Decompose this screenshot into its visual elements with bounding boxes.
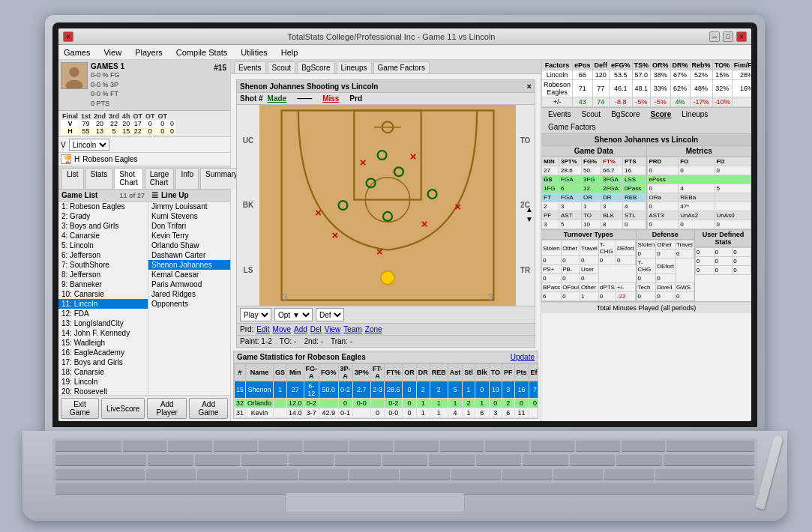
list-item[interactable]: 9: Banneker	[58, 279, 148, 289]
tab-game-factors-right[interactable]: Game Factors	[544, 122, 599, 132]
update-button[interactable]: Update	[511, 353, 535, 361]
svg-text:×: ×	[376, 246, 383, 258]
tab-game-factors[interactable]: Game Factors	[373, 61, 430, 73]
list-item[interactable]: 8: Jefferson	[58, 270, 148, 279]
table-row[interactable]: 15 Shenon 1 27 6-12 50.0 0-2 2.7	[235, 381, 538, 399]
col-pts: Pts	[514, 364, 529, 381]
h-team-name: Robeson Eagles	[82, 155, 137, 163]
col-eff: Eff	[529, 364, 538, 381]
menu-compile-stats[interactable]: Compile Stats	[174, 47, 229, 58]
menu-help[interactable]: Help	[279, 47, 301, 58]
scroll-up-icon[interactable]: ▲	[526, 205, 533, 214]
lineup-item[interactable]: Don Trifari	[148, 221, 230, 231]
stats-content: Game Data MIN 3PT% FG% FT% PTS	[541, 146, 751, 421]
add-button[interactable]: Add	[294, 325, 307, 333]
view-button[interactable]: View	[325, 325, 341, 333]
lineup-item-selected[interactable]: Shenon Johannes	[148, 260, 230, 270]
col-fga: FG-A	[304, 364, 319, 381]
close-button[interactable]: ×	[63, 31, 73, 42]
list-item[interactable]: 12: FDA	[58, 309, 148, 318]
close-button-right[interactable]: ×	[736, 31, 747, 42]
close-chart-icon[interactable]: ×	[527, 82, 532, 91]
tab-shot-chart[interactable]: Shot Chart	[114, 168, 142, 189]
add-player-button[interactable]: Add Player	[147, 398, 187, 419]
list-item[interactable]: 19: Lincoln	[58, 377, 148, 387]
edit-button[interactable]: Edit	[256, 325, 269, 333]
defense-col: Defense Stolen Other Travel 0	[637, 230, 695, 301]
list-item[interactable]: 20: Roosevelt	[58, 387, 148, 395]
tab-scout-right[interactable]: Scout	[578, 109, 605, 119]
table-row[interactable]: 32 Orlando 12.0 0-2 0 0-0	[235, 399, 538, 408]
v-team-select[interactable]: Lincoln	[69, 139, 109, 151]
lineup-item[interactable]: Kumi Stevens	[148, 211, 230, 221]
tab-events[interactable]: Events	[234, 61, 266, 73]
shot-chart-controls: Play Opt ▼ Def	[237, 306, 535, 323]
menu-players[interactable]: Players	[133, 47, 165, 58]
col-stl: Stl	[463, 364, 475, 381]
col-ast: Ast	[448, 364, 463, 381]
menu-games[interactable]: Games	[61, 47, 92, 58]
def-select[interactable]: Def	[316, 308, 344, 321]
maximize-button[interactable]: □	[723, 31, 733, 42]
title-bar-right-controls[interactable]: ─ □ ×	[709, 31, 747, 42]
trophy-icon: 🏆	[61, 154, 71, 164]
title-bar-left-controls[interactable]: ×	[63, 31, 73, 42]
tab-info[interactable]: Info	[175, 168, 199, 189]
col-num: #	[235, 364, 246, 381]
list-item[interactable]: 6: Jefferson	[58, 250, 148, 260]
list-item[interactable]: 15: Wadleigh	[58, 338, 148, 348]
lineup-item[interactable]: Opponents	[148, 299, 230, 309]
lineup-item[interactable]: Kemal Caesar	[148, 270, 230, 279]
tab-bgscore-right[interactable]: BgScore	[607, 109, 643, 119]
list-item[interactable]: 1: Robeson Eagles	[58, 202, 148, 211]
list-item[interactable]: 14: John F. Kennedy	[58, 328, 148, 338]
tab-events-right[interactable]: Events	[544, 109, 575, 119]
livescore-button[interactable]: LiveScore	[101, 398, 145, 419]
lineup-item[interactable]: Paris Armwood	[148, 279, 230, 289]
games-stats: 0-0 % FG 0-0 % 3P 0-0 % FT 0 PTS	[91, 70, 209, 108]
list-item[interactable]: 17: Boys and Girls	[58, 357, 148, 367]
col-reb: REB	[430, 364, 448, 381]
tab-scout[interactable]: Scout	[268, 61, 296, 73]
zone-button[interactable]: Zone	[365, 325, 382, 333]
lineup-item[interactable]: Dashawn Carter	[148, 250, 230, 260]
lineup-item[interactable]: Jared Ridges	[148, 289, 230, 299]
del-button[interactable]: Del	[310, 325, 322, 333]
tab-bgscore[interactable]: BgScore	[297, 61, 334, 73]
list-item[interactable]: 3: Boys and Girls	[58, 221, 148, 231]
menu-utilities[interactable]: Utilities	[238, 47, 269, 58]
team-button[interactable]: Team	[343, 325, 361, 333]
list-item[interactable]: 2: Grady	[58, 211, 148, 221]
play-select[interactable]: Play	[240, 308, 271, 321]
col-to: TO	[489, 364, 502, 381]
scroll-controls[interactable]: ▲ ▼	[526, 205, 533, 223]
list-item[interactable]: 7: SouthShore	[58, 260, 148, 270]
shot-chart-tab-bar: Events Scout BgScore Lineups Game Factor…	[231, 60, 541, 74]
lineup-item[interactable]: Jimmy Louissant	[148, 202, 230, 211]
lineup-item[interactable]: Orlando Shaw	[148, 241, 230, 250]
tab-lineups[interactable]: Lineups	[337, 61, 372, 73]
list-item[interactable]: 5: Lincoln	[58, 241, 148, 250]
tab-score-right[interactable]: Score	[647, 109, 676, 119]
lineup-item[interactable]: Kevin Terry	[148, 231, 230, 241]
list-item[interactable]: 10: Canarsie	[58, 289, 148, 299]
tab-large-chart[interactable]: Large Chart	[145, 168, 175, 189]
list-item[interactable]: 13: LongIslandCity	[58, 318, 148, 328]
tab-lineups-right[interactable]: Lineups	[678, 109, 712, 119]
table-row[interactable]: 31 Kevin 14.0 3-7 42.9 0-1	[235, 408, 538, 418]
list-item-selected[interactable]: 11: Lincoln	[58, 299, 148, 309]
tab-stats[interactable]: Stats	[85, 168, 113, 189]
window-title: TotalStats College/Professional Inc - Ga…	[73, 32, 709, 41]
move-button[interactable]: Move	[273, 325, 291, 333]
menu-view[interactable]: View	[101, 47, 124, 58]
tab-list[interactable]: List	[61, 168, 84, 189]
scroll-down-icon[interactable]: ▼	[526, 215, 533, 223]
exit-game-button[interactable]: Exit Game	[61, 398, 99, 419]
list-item[interactable]: 16: EagleAcademy	[58, 348, 148, 357]
zone-labels-left: UC BK LS	[237, 105, 259, 306]
minimize-button[interactable]: ─	[709, 31, 720, 42]
list-item[interactable]: 4: Canarsie	[58, 231, 148, 241]
add-game-button[interactable]: Add Game	[189, 398, 228, 419]
opt-select[interactable]: Opt ▼	[274, 308, 313, 321]
list-item[interactable]: 18: Canarsie	[58, 367, 148, 377]
